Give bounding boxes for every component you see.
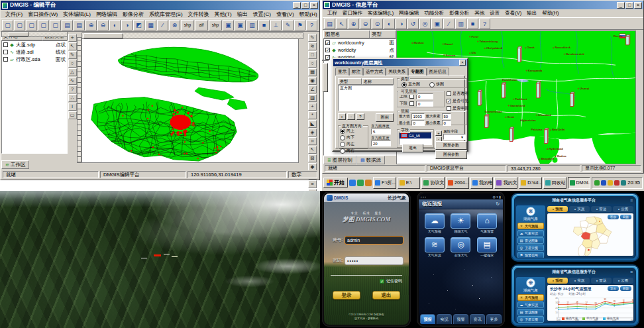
edit-tool-4-icon[interactable]: △: [68, 68, 77, 76]
menu-editor-2[interactable]: 实体编辑(L): [60, 11, 93, 18]
weather-tab-2[interactable]: 预警: [453, 314, 468, 324]
task-button-6[interactable]: D:\sd...: [519, 177, 542, 189]
menu-editor-1[interactable]: 窗口操作(W): [25, 11, 60, 18]
editor-tool-11-icon[interactable]: ◩: [133, 20, 144, 30]
weather-app-2[interactable]: ⌂气象预警: [474, 213, 500, 233]
editor-tool-8-icon[interactable]: ⊖: [97, 20, 109, 30]
layer-checkbox[interactable]: [325, 40, 330, 45]
draw-tool-9-icon[interactable]: *: [308, 111, 317, 119]
minimize-button[interactable]: _: [617, 2, 625, 9]
flag-checkbox-2[interactable]: [447, 106, 451, 111]
draw-tool-10-icon[interactable]: ◣: [308, 120, 317, 128]
sidebar-item-1[interactable]: ☁气象实况: [517, 230, 544, 237]
editor-tool-25-icon[interactable]: ?: [306, 20, 317, 30]
sidebar-item-2[interactable]: ▤雷达图像: [517, 309, 544, 315]
edit-tool-8-icon[interactable]: I: [68, 103, 77, 111]
edit-tool-7-icon[interactable]: ∴: [68, 94, 77, 102]
editor-tool-16-icon[interactable]: aif: [195, 20, 208, 30]
info-tool-11-icon[interactable]: ▥: [455, 19, 466, 29]
edit-tool-0-icon[interactable]: ⌖: [68, 34, 77, 42]
minimize-button[interactable]: _: [293, 2, 301, 9]
layer-checkbox[interactable]: [325, 55, 330, 60]
column-type[interactable]: 类型: [338, 78, 362, 85]
sidebar-item-1[interactable]: ☁气象实况: [517, 301, 544, 308]
map-viewport[interactable]: [81, 37, 299, 163]
sidebar-item-3[interactable]: ◎卫星云图: [517, 245, 544, 251]
panel-tab-1[interactable]: ▤数据源: [356, 156, 385, 164]
file-row[interactable]: ◆大厦.sdp点状: [2, 41, 67, 48]
terrain-3d-view[interactable]: [0, 191, 320, 328]
weather-app-5[interactable]: ▤一键报灾: [474, 237, 500, 257]
panel-pill-0[interactable]: 图例: [608, 215, 619, 219]
editor-tool-7-icon[interactable]: ⊕: [85, 20, 97, 30]
editor-tool-6-icon[interactable]: ▤: [74, 20, 85, 30]
tray-icon-3[interactable]: [608, 180, 613, 186]
dialog-tab-5[interactable]: 图层信息: [427, 68, 449, 76]
menu-editor-9[interactable]: 设置(C): [250, 11, 274, 18]
info-tool-10-icon[interactable]: ∕: [443, 19, 455, 29]
sidebar-item-3[interactable]: ◎卫星云图: [517, 316, 544, 323]
menu-info-2[interactable]: 实体编辑(L): [365, 10, 396, 17]
draw-tool-1-icon[interactable]: ≋: [308, 42, 317, 50]
weather-tab-3[interactable]: 资讯: [470, 314, 485, 324]
draw-tool-14-icon[interactable]: ⊠: [308, 154, 317, 162]
menu-info-10[interactable]: 帮助(H): [539, 10, 561, 17]
flag-checkbox-1[interactable]: [447, 99, 451, 103]
editor-tool-9-icon[interactable]: ◐: [109, 20, 121, 30]
quicklaunch-explorer-icon[interactable]: [357, 180, 364, 186]
file-checkbox[interactable]: [3, 42, 8, 47]
dialog-tab-2[interactable]: 选中方式: [363, 68, 386, 76]
width-input[interactable]: 20: [371, 140, 391, 146]
editor-tool-1-icon[interactable]: ▢: [14, 20, 25, 30]
info-tool-6-icon[interactable]: ◑: [396, 19, 407, 29]
menu-editor-0[interactable]: 文件(F): [3, 11, 25, 18]
flag-checkbox-0[interactable]: [447, 91, 451, 96]
weather-app-4[interactable]: ◎全球天气: [448, 237, 474, 257]
exit-button[interactable]: 退出: [372, 291, 400, 300]
task-button-8[interactable]: DMGI...: [568, 177, 591, 189]
weather-tab-1[interactable]: 实况: [437, 314, 452, 324]
editor-tool-20-icon[interactable]: ▥: [246, 20, 258, 30]
sidebar-item-0[interactable]: ☀天气预报: [517, 294, 544, 301]
thickness-input[interactable]: 5: [371, 129, 391, 135]
menu-info-6[interactable]: 其他: [472, 10, 487, 17]
direction-radio-1[interactable]: 向下: [340, 135, 366, 140]
param-button-0[interactable]: 图形参数: [435, 141, 467, 150]
tray-icon-2[interactable]: [601, 180, 606, 186]
sidebar-item-0[interactable]: ☀天气预报: [517, 223, 544, 229]
draw-tool-6-icon[interactable]: ∠: [308, 85, 317, 93]
dialog-close-icon[interactable]: ×: [459, 60, 466, 66]
dialog-titlebar[interactable]: worldcountry图层属性 ×: [333, 59, 467, 66]
info-tool-8-icon[interactable]: ◎: [419, 19, 431, 29]
panel-tab-0[interactable]: ≣图层控制: [323, 156, 356, 164]
draw-tool-13-icon[interactable]: ↖: [308, 146, 317, 154]
content-tab-2[interactable]: ●雷达: [591, 206, 612, 212]
editor-tool-23-icon[interactable]: ✎: [282, 20, 294, 30]
editor-tool-15-icon[interactable]: shp: [181, 20, 194, 30]
draw-tool-7-icon[interactable]: ▨: [308, 94, 317, 102]
edit-tool-6-icon[interactable]: ?: [68, 85, 77, 93]
sidebar-item-2[interactable]: ▤雷达图像: [517, 237, 544, 244]
draw-tool-2-icon[interactable]: □: [308, 51, 317, 59]
menu-editor-10[interactable]: 查看(V): [274, 11, 297, 18]
type-radio-0[interactable]: 直方图: [402, 82, 420, 87]
direction-radio-3[interactable]: 向右: [340, 148, 366, 154]
menu-info-0[interactable]: 工程: [325, 10, 340, 17]
field-button-0[interactable]: +: [435, 131, 442, 136]
file-row[interactable]: ▱行政区.sda面状: [2, 56, 67, 63]
content-tab-0[interactable]: ●预报: [547, 206, 568, 212]
draw-tool-3-icon[interactable]: ○: [308, 60, 317, 68]
editor-tool-13-icon[interactable]: ∕: [157, 20, 168, 30]
chart-panel[interactable]: 导出刷新 长沙市 24小时气温预报 站点: 长沙时效: 24小时 0102030…: [547, 284, 634, 321]
upper-limit-input[interactable]: 0: [416, 93, 433, 99]
theme-row[interactable]: 直方图: [339, 85, 393, 91]
close-button[interactable]: ×: [310, 2, 318, 9]
maxpx-input[interactable]: 50: [442, 113, 451, 119]
content-tab-2[interactable]: ●雷达: [591, 278, 612, 284]
direction-radio-2[interactable]: 向左: [340, 141, 366, 147]
quicklaunch-desktop-icon[interactable]: [349, 180, 356, 186]
menu-editor-11[interactable]: 帮助(H): [297, 11, 320, 18]
draw-tool-12-icon[interactable]: ⌗: [308, 137, 317, 145]
task-button-7[interactable]: 回收站: [543, 177, 566, 189]
info-tool-13-icon[interactable]: ?: [479, 19, 490, 29]
